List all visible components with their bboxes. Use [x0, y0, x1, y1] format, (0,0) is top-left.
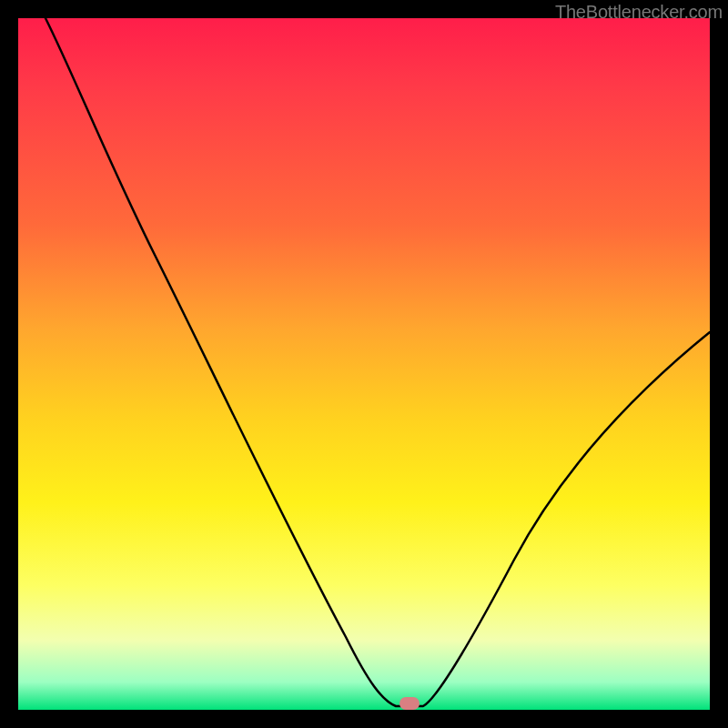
bottleneck-curve	[18, 18, 710, 710]
plot-frame	[18, 18, 710, 710]
curve-path	[46, 18, 710, 706]
attribution-text: TheBottlenecker.com	[555, 2, 723, 23]
bottleneck-marker	[399, 697, 420, 710]
